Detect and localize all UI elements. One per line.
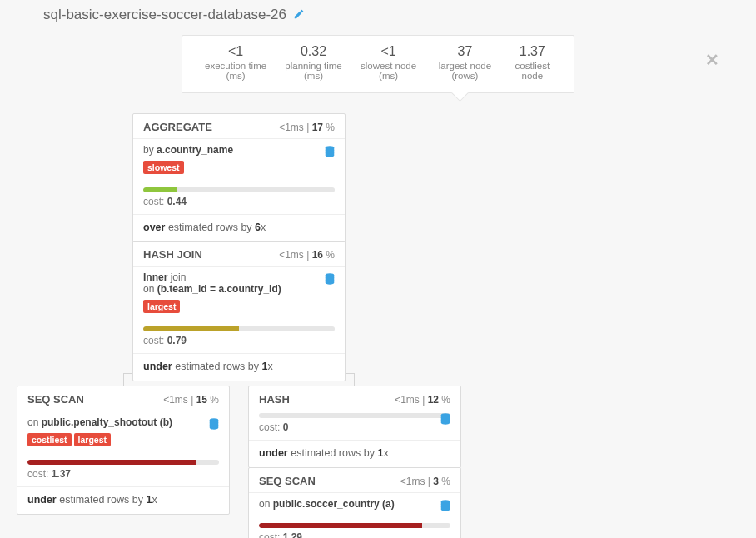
close-icon[interactable]: ✕ <box>705 50 719 70</box>
node-head: SEQ SCAN <1ms | 3 % <box>249 468 460 493</box>
node-body: Inner join on (b.team_id = a.country_id)… <box>133 267 345 320</box>
estimate-line: under estimated rows by 1x <box>249 441 460 467</box>
stat-largest-node: 37 largest node (rows) <box>425 44 504 81</box>
stat-costliest-node: 1.37 costliest node <box>505 44 560 81</box>
node-title: AGGREGATE <box>143 121 212 133</box>
database-icon[interactable] <box>209 418 219 430</box>
database-icon[interactable] <box>440 413 450 425</box>
node-body: by a.country_name slowest <box>133 139 345 181</box>
node-title: HASH <box>259 393 290 406</box>
plan-node-hash[interactable]: HASH <1ms | 12 % cost: 0 under estimated… <box>248 386 461 468</box>
node-head: HASH JOIN <1ms | 16 % <box>133 242 345 267</box>
stat-label: largest node (rows) <box>425 61 504 81</box>
node-head: SEQ SCAN <1ms | 15 % <box>17 386 229 411</box>
database-icon[interactable] <box>440 500 450 511</box>
stat-slowest-node: <1 slowest node (ms) <box>351 44 425 81</box>
cost-line: cost: 0 <box>249 418 460 441</box>
node-meta: <1ms | 3 % <box>400 476 450 487</box>
stat-label: planning time (ms) <box>276 61 351 81</box>
node-detail: on public.penalty_shootout (b) <box>27 416 219 428</box>
node-detail: on (b.team_id = a.country_id) <box>143 283 335 295</box>
estimate-line: under estimated rows by 1x <box>133 354 345 381</box>
cost-line: cost: 1.37 <box>17 465 229 487</box>
stat-label: execution time (ms) <box>196 61 276 81</box>
badge-slowest: slowest <box>143 161 184 174</box>
node-head: HASH <1ms | 12 % <box>249 386 460 411</box>
stat-val: <1 <box>196 44 276 59</box>
badges: costliest largest <box>27 433 219 446</box>
node-title: SEQ SCAN <box>27 393 84 406</box>
stat-label: slowest node (ms) <box>351 61 425 81</box>
node-meta: <1ms | 17 % <box>279 122 335 133</box>
estimate-line: over estimated rows by 6x <box>133 215 345 242</box>
stat-val: 1.37 <box>505 44 560 59</box>
node-body <box>249 411 460 413</box>
node-meta: <1ms | 16 % <box>279 249 335 261</box>
badges: slowest <box>143 161 335 174</box>
stat-val: 0.32 <box>276 44 351 59</box>
badges: largest <box>143 300 335 313</box>
node-detail: Inner join <box>143 271 335 283</box>
plan-canvas: AGGREGATE <1ms | 17 % by a.country_name … <box>0 113 756 538</box>
cost-line: cost: 0.79 <box>133 331 345 354</box>
node-title: HASH JOIN <box>143 248 202 261</box>
plan-node-seq-scan-country[interactable]: SEQ SCAN <1ms | 3 % on public.soccer_cou… <box>248 467 461 538</box>
cost-line: cost: 0.44 <box>133 192 345 215</box>
database-icon[interactable] <box>325 146 335 157</box>
database-icon[interactable] <box>325 273 335 285</box>
page-title: sql-basic-exercise-soccer-database-26 <box>43 7 286 23</box>
node-detail: by a.country_name <box>143 144 335 156</box>
stat-val: <1 <box>351 44 425 59</box>
node-body: on public.penalty_shootout (b) costliest… <box>17 411 229 453</box>
stat-val: 37 <box>425 44 504 59</box>
edit-icon[interactable] <box>293 8 305 22</box>
node-meta: <1ms | 12 % <box>395 394 450 406</box>
title-row: sql-basic-exercise-soccer-database-26 <box>0 0 756 25</box>
stat-label: costliest node <box>505 61 560 81</box>
stats-bar: <1 execution time (ms) 0.32 planning tim… <box>182 35 574 93</box>
badge-largest: largest <box>74 433 111 446</box>
plan-node-seq-scan-penalty[interactable]: SEQ SCAN <1ms | 15 % on public.penalty_s… <box>17 386 230 515</box>
cost-line: cost: 1.29 <box>249 528 460 538</box>
stat-planning-time: 0.32 planning time (ms) <box>276 44 351 81</box>
node-meta: <1ms | 15 % <box>163 394 219 406</box>
stat-execution-time: <1 execution time (ms) <box>196 44 276 81</box>
badge-largest: largest <box>143 300 180 313</box>
node-head: AGGREGATE <1ms | 17 % <box>133 114 345 139</box>
node-detail: on public.soccer_country (a) <box>259 498 450 510</box>
node-body: on public.soccer_country (a) <box>249 493 460 516</box>
plan-node-aggregate[interactable]: AGGREGATE <1ms | 17 % by a.country_name … <box>132 113 346 242</box>
estimate-line: under estimated rows by 1x <box>17 487 229 514</box>
plan-node-hash-join[interactable]: HASH JOIN <1ms | 16 % Inner join on (b.t… <box>132 241 346 381</box>
badge-costliest: costliest <box>27 433 72 446</box>
node-title: SEQ SCAN <box>259 475 316 487</box>
